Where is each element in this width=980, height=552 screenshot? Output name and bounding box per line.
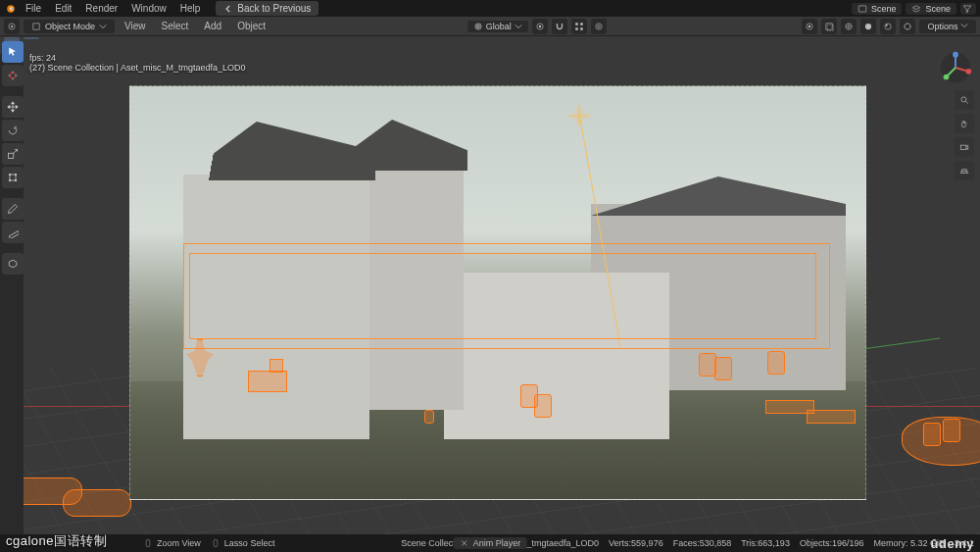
solid-icon [863,22,873,31]
pan-gizmo[interactable] [955,114,974,133]
svg-point-15 [598,25,601,27]
menu-view[interactable]: View [119,19,152,33]
chevron-down-icon [514,23,522,30]
selected-object-pallet[interactable] [807,410,856,424]
svg-rect-44 [214,539,218,547]
camera-gizmo[interactable] [955,137,974,157]
menu-add[interactable]: Add [198,19,227,33]
tool-measure[interactable] [2,222,24,243]
menu-object[interactable]: Object [231,19,271,33]
tool-add-primitive[interactable] [2,253,24,275]
tool-transform[interactable] [2,167,24,188]
svg-point-8 [539,25,542,27]
xray-toggle[interactable] [821,19,837,34]
menu-file[interactable]: File [20,1,47,16]
mode-label: Object Mode [45,22,95,31]
menu-window[interactable]: Window [125,1,172,16]
selected-object-table[interactable] [248,371,287,392]
proportional-icon [594,22,604,31]
back-to-previous-button[interactable]: Back to Previous [216,1,318,16]
selected-object-crate[interactable] [424,410,434,424]
globe-icon [473,22,483,31]
scene-name: Scene [871,4,897,14]
orientation-selector[interactable]: Global [467,21,528,32]
filter-icon [962,4,972,14]
svg-rect-33 [9,231,19,238]
anim-player-button[interactable]: Anim Player [454,537,527,549]
svg-rect-13 [580,27,583,30]
pencil-icon [7,203,19,215]
hand-icon [959,119,969,128]
menu-render[interactable]: Render [79,1,123,16]
zoom-gizmo[interactable] [955,90,974,110]
zoom-icon [959,95,969,105]
anim-player-label: Anim Player [473,538,521,548]
nav-gizmo[interactable] [937,49,974,86]
layers-icon [911,4,921,14]
viewport-icon [7,22,17,31]
options-button[interactable]: Options [919,20,976,33]
tool-move[interactable] [2,96,24,118]
select-icon [7,46,19,58]
svg-point-21 [865,23,871,28]
left-toolbar [0,39,24,276]
transform-icon [7,172,19,183]
proportional-edit-toggle[interactable] [591,19,607,34]
shading-rendered[interactable] [900,19,915,34]
shading-wireframe[interactable] [841,19,857,34]
status-tris: Tris:663,193 [741,538,790,548]
selected-object-bush[interactable] [902,417,980,466]
svg-point-30 [15,174,17,176]
tool-select-box[interactable] [2,41,24,63]
svg-rect-6 [33,23,39,28]
render-engine-button[interactable] [960,3,976,15]
pivot-button[interactable] [532,19,548,34]
status-verts: Verts:559,976 [609,538,663,548]
svg-point-32 [15,179,17,181]
back-label: Back to Previous [237,3,311,14]
tool-scale[interactable] [2,143,24,165]
shading-material[interactable] [880,19,896,34]
scene-selector[interactable]: Scene [852,3,903,15]
back-arrow-icon [223,4,233,14]
svg-rect-10 [575,23,578,25]
svg-point-41 [961,97,966,102]
tool-rotate[interactable] [2,120,24,141]
watermark-right: ûdemy [931,536,974,551]
menu-help[interactable]: Help [174,1,207,16]
view-layer-selector[interactable]: Scene [906,3,956,15]
overlays-toggle[interactable] [802,19,817,34]
scale-icon [7,148,19,160]
snap-type-button[interactable] [571,19,587,34]
selected-object-rocks[interactable] [63,489,131,517]
svg-point-22 [885,23,891,28]
building [444,273,669,439]
3d-viewport[interactable] [24,39,980,534]
menu-edit[interactable]: Edit [49,1,77,16]
close-icon [460,538,469,548]
selected-object-barrel[interactable] [714,357,732,380]
grid-snap-icon [574,22,584,31]
rendered-icon [903,22,912,31]
orientation-label: Global [486,22,512,31]
view-layer-name: Scene [925,4,951,14]
xray-icon [824,22,834,31]
mode-selector[interactable]: Object Mode [24,20,115,33]
watermark-left: cgalone国语转制 [6,532,107,550]
selected-object-lantern[interactable] [270,359,283,373]
svg-rect-43 [146,539,150,547]
svg-rect-3 [858,5,866,11]
tool-cursor[interactable] [2,65,24,86]
perspective-gizmo[interactable] [955,161,974,180]
selected-object-barrel[interactable] [767,351,785,375]
editor-type-button[interactable] [4,19,20,34]
svg-point-40 [953,52,958,58]
tool-annotate[interactable] [2,198,24,220]
selected-object-barrel[interactable] [534,394,552,418]
camera-icon [959,142,969,152]
camera-frame [129,85,866,500]
snap-toggle[interactable] [552,19,567,34]
menu-select[interactable]: Select [156,19,195,33]
shading-solid[interactable] [860,19,876,34]
svg-point-26 [10,73,16,78]
